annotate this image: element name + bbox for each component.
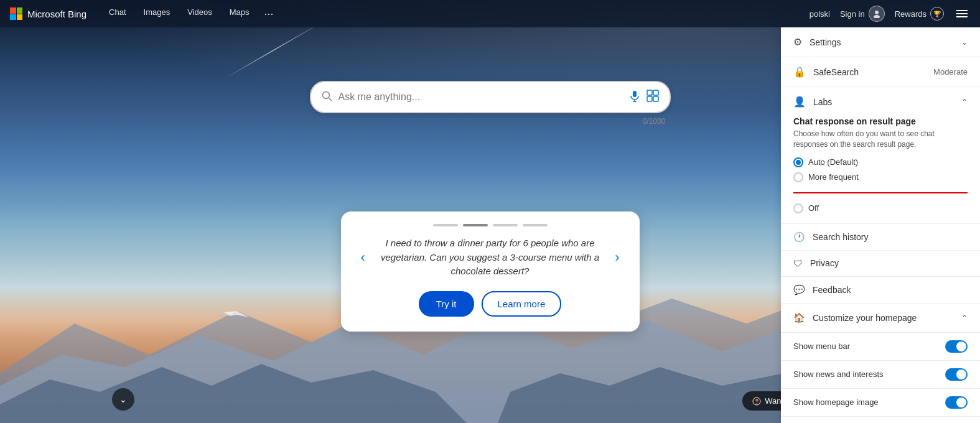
svg-rect-14 [647,90,652,95]
next-prompt-button[interactable]: › [610,244,624,271]
navbar: Microsoft Bing Chat Images Videos Maps ·… [0,0,980,27]
svg-text:📍: 📍 [754,398,761,406]
hamburger-menu[interactable] [954,7,970,20]
nav-maps[interactable]: Maps [222,5,257,23]
dot-3 [493,224,518,226]
svg-line-10 [329,98,332,101]
radio-off-circle [793,203,803,213]
history-icon: 🕐 [793,231,805,243]
microphone-icon[interactable] [628,90,641,105]
prev-prompt-button[interactable]: ‹ [356,244,370,271]
toggle-homepage-image: Show homepage image [781,389,980,417]
feedback-label: Feedback [813,285,968,295]
nav-chat[interactable]: Chat [101,5,133,23]
safesearch-value: Moderate [933,67,968,77]
nav-links: Chat Images Videos Maps ··· [101,5,278,23]
toggle-news-label: Show news and interests [793,370,945,379]
nav-right: polski Sign in Rewards 🏆 [810,6,970,22]
search-history-row[interactable]: 🕐 Search history [781,224,980,251]
privacy-icon: 🛡 [793,258,803,269]
visual-search-icon[interactable] [646,89,660,106]
labs-title: Chat response on result page [793,116,968,126]
rewards-button[interactable]: Rewards 🏆 [895,7,944,21]
radio-frequent-circle [793,172,803,182]
toggle-menu-bar-label: Show menu bar [793,342,945,351]
search-icon [321,90,332,105]
rewards-label: Rewards [895,9,926,19]
customize-section: 🏠 Customize your homepage ⌃ Show menu ba… [781,304,980,417]
labs-label: Labs [813,97,961,107]
radio-group: Auto (Default) More frequent Off [793,157,968,213]
svg-rect-15 [653,90,658,95]
prompt-card: ‹ I need to throw a dinner party for 6 p… [341,212,640,332]
labs-section: 👤 Labs ⌃ Chat response on result page Ch… [781,87,980,224]
nav-videos[interactable]: Videos [180,5,220,23]
feedback-row[interactable]: 💬 Feedback [781,277,980,304]
radio-auto-label: Auto (Default) [808,157,858,167]
labs-icon: 👤 [793,96,806,108]
labs-header[interactable]: 👤 Labs ⌃ [781,87,980,116]
privacy-row[interactable]: 🛡 Privacy [781,251,980,277]
scroll-down-button[interactable]: ⌄ [112,388,134,411]
labs-content: Chat response on result page Choose how … [781,116,980,223]
radio-off[interactable]: Off [793,203,968,213]
radio-frequent[interactable]: More frequent [793,172,968,182]
toggle-menu-bar-switch[interactable] [945,340,968,353]
dot-1 [433,224,458,226]
safesearch-label: SafeSearch [813,67,933,77]
toggle-menu-bar: Show menu bar [781,333,980,361]
settings-chevron-icon: ⌄ [961,38,968,47]
svg-rect-16 [647,96,652,101]
toggle-news: Show news and interests [781,361,980,389]
search-container: 0/1000 [310,81,671,126]
search-history-label: Search history [813,232,968,242]
language-selector[interactable]: polski [810,9,830,19]
settings-icon: ⚙ [793,36,802,48]
privacy-label: Privacy [810,258,968,268]
dot-4 [523,224,548,226]
red-divider [793,192,968,193]
labs-chevron-icon: ⌃ [961,98,968,106]
signin-label: Sign in [840,9,865,19]
radio-auto[interactable]: Auto (Default) [793,157,968,167]
settings-label: Settings [810,37,961,47]
toggle-news-switch[interactable] [945,368,968,381]
try-it-button[interactable]: Try it [419,291,474,317]
svg-point-9 [322,91,329,98]
safesearch-row[interactable]: 🔒 SafeSearch Moderate [781,57,980,87]
svg-rect-11 [633,91,637,97]
microsoft-logo-icon [10,7,22,20]
safesearch-icon: 🔒 [793,66,806,78]
toggle-homepage-image-switch[interactable] [945,396,968,409]
search-input[interactable] [338,91,628,103]
radio-auto-circle [793,157,803,167]
learn-more-button[interactable]: Learn more [482,291,562,317]
svg-point-8 [874,15,880,18]
settings-panel: ⚙ Settings ⌄ 🔒 SafeSearch Moderate 👤 Lab… [781,27,980,423]
brand-name: Microsoft Bing [27,9,86,19]
labs-desc: Choose how often do you want to see chat… [793,129,968,150]
prompt-buttons: Try it Learn more [356,291,625,317]
radio-frequent-label: More frequent [808,172,859,182]
customize-label: Customize your homepage [813,313,961,323]
customize-icon: 🏠 [793,312,805,323]
settings-header[interactable]: ⚙ Settings ⌄ [781,27,980,57]
radio-off-label: Off [808,203,819,213]
logo[interactable]: Microsoft Bing [10,7,86,20]
nav-images[interactable]: Images [136,5,178,23]
nav-more[interactable]: ··· [259,5,278,23]
feedback-icon: 💬 [793,284,805,295]
prompt-body: ‹ I need to throw a dinner party for 6 p… [356,236,625,279]
prompt-text: I need to throw a dinner party for 6 peo… [378,236,602,279]
customize-chevron-icon: ⌃ [961,314,968,322]
signin-button[interactable]: Sign in [840,6,885,22]
dot-2 [463,224,488,226]
svg-rect-17 [653,96,658,101]
toggle-homepage-image-label: Show homepage image [793,397,945,407]
avatar [869,6,885,22]
character-counter: 0/1000 [310,117,671,126]
rewards-icon: 🏆 [930,7,944,21]
svg-point-7 [875,11,879,14]
prompt-indicators [356,224,625,226]
customize-header[interactable]: 🏠 Customize your homepage ⌃ [781,304,980,333]
